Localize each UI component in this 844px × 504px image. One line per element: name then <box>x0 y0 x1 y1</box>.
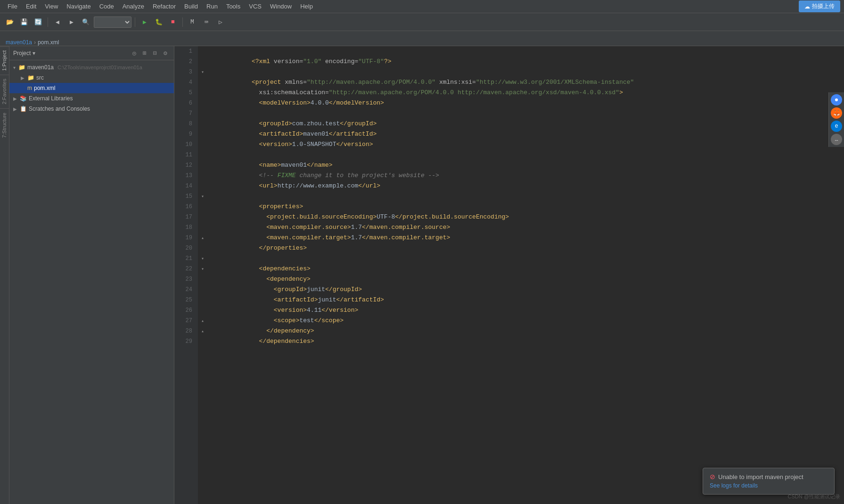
toolbar-debug-btn[interactable]: 🐛 <box>153 16 165 28</box>
menu-code[interactable]: Code <box>96 2 118 11</box>
line-8: 8 <box>174 119 198 129</box>
code-line-24: <artifactId>junit</artifactId> <box>215 285 844 295</box>
toolbar-save-btn[interactable]: 💾 <box>18 16 30 28</box>
code-line-22: <dependency> <box>215 264 844 274</box>
code-line-13: <url>http://www.example.com</url> <box>215 171 844 181</box>
line-26: 26 <box>174 305 198 316</box>
editor-content: 1 2 3 4 5 6 7 8 9 10 11 12 13 14 15 16 1… <box>174 46 844 504</box>
toolbar-run2-btn[interactable]: ▷ <box>214 16 227 28</box>
sidebar-dropdown-arrow[interactable]: ▾ <box>33 50 35 57</box>
notif-title-text: Unable to import maven project <box>718 473 803 480</box>
menu-file[interactable]: File <box>4 2 21 11</box>
code-line-14 <box>215 181 844 191</box>
menu-analyze[interactable]: Analyze <box>119 2 148 11</box>
fold-3[interactable]: ▾ <box>198 67 207 77</box>
line-25: 25 <box>174 295 198 305</box>
menu-vcs[interactable]: VCS <box>245 2 265 11</box>
breadcrumb-file[interactable]: pom.xml <box>38 39 59 46</box>
breadcrumb-sep: › <box>34 39 36 46</box>
tree-label-scratches: Scratches and Consoles <box>29 106 90 112</box>
fold-15[interactable]: ▾ <box>198 191 207 202</box>
line-28: 28 <box>174 326 198 336</box>
editor[interactable]: 🦊 e … 1 2 3 4 5 6 7 8 9 10 11 12 13 <box>174 46 844 504</box>
tree-item-src[interactable]: ▶ 📁 src <box>9 73 174 83</box>
fold-gutter: ▾ ▾ ▴ ▾ ▾ <box>198 46 207 504</box>
toolbar-stop-btn[interactable]: ■ <box>167 16 179 28</box>
toolbar-config-select[interactable] <box>94 16 131 28</box>
tree-item-pom[interactable]: ▶ m pom.xml <box>9 83 174 93</box>
code-line-20 <box>215 243 844 253</box>
error-icon: ⊘ <box>710 473 715 480</box>
sidebar: Project ▾ ◎ ⊞ ⊟ ⚙ ▾ 📁 maven01a C:\ZTools… <box>9 46 174 504</box>
sidebar-header: Project ▾ ◎ ⊞ ⊟ ⚙ <box>9 46 174 60</box>
code-line-26: <scope>test</scope> <box>215 305 844 316</box>
menu-help[interactable]: Help <box>296 2 317 11</box>
fold-19[interactable]: ▴ <box>198 233 207 243</box>
toolbar-back-btn[interactable]: ◀ <box>51 16 64 28</box>
toolbar-terminal-btn[interactable]: ⌨ <box>200 16 213 28</box>
code-line-15: <properties> <box>215 191 844 202</box>
toolbar-find-btn[interactable]: 🔍 <box>80 16 92 28</box>
menu-view[interactable]: View <box>41 2 62 11</box>
code-area[interactable]: <?xml version="1.0" encoding="UTF-8"?> <… <box>207 46 844 504</box>
toolbar-maven-btn[interactable]: M <box>186 16 198 28</box>
menu-navigate[interactable]: Navigate <box>63 2 94 11</box>
line-19: 19 <box>174 233 198 243</box>
toolbar-run-btn[interactable]: ▶ <box>139 16 151 28</box>
fold-27[interactable]: ▴ <box>198 316 207 326</box>
fold-21[interactable]: ▾ <box>198 253 207 264</box>
upload-button[interactable]: ☁ 拍摄上传 <box>799 0 840 12</box>
menu-run[interactable]: Run <box>203 2 221 11</box>
tree-item-extlibs[interactable]: ▶ 📚 External Libraries <box>9 93 174 104</box>
line-1: 1 <box>174 46 198 57</box>
side-tab-project[interactable]: 1:Project <box>0 46 9 74</box>
toolbar-open-btn[interactable]: 📂 <box>4 16 16 28</box>
tree-path-root: C:\ZTools\mavenprojrct01\maven01a <box>57 65 142 70</box>
side-tab-structure[interactable]: 7:Structure <box>0 108 9 142</box>
sidebar-locate-btn[interactable]: ◎ <box>130 49 139 58</box>
sidebar-collapse-btn[interactable]: ⊟ <box>150 49 160 58</box>
fold-28[interactable]: ▴ <box>198 326 207 336</box>
notif-link-text: See logs for details <box>710 482 758 489</box>
code-line-16: <project.build.sourceEncoding>UTF-8</pro… <box>215 202 844 212</box>
menu-tools[interactable]: Tools <box>222 2 244 11</box>
code-line-4: xsi:schemaLocation="http://maven.apache.… <box>215 77 844 88</box>
line-11: 11 <box>174 150 198 160</box>
menu-edit[interactable]: Edit <box>22 2 40 11</box>
line-4: 4 <box>174 77 198 88</box>
line-29: 29 <box>174 336 198 347</box>
side-tab-favorites[interactable]: 2:Favorites <box>0 74 9 108</box>
menu-build[interactable]: Build <box>180 2 202 11</box>
tree-arrow-extlibs: ▶ <box>13 96 17 101</box>
line-12: 12 <box>174 160 198 171</box>
sidebar-expand-btn[interactable]: ⊞ <box>140 49 149 58</box>
tree-item-scratches[interactable]: ▶ 📋 Scratches and Consoles <box>9 104 174 114</box>
code-line-19: </properties> <box>215 233 844 243</box>
sidebar-gear-btn[interactable]: ⚙ <box>161 49 170 58</box>
code-line-27: </dependency> <box>215 316 844 326</box>
code-line-11: <name>maven01</name> <box>215 150 844 160</box>
toolbar-sep1 <box>48 17 48 27</box>
line-7: 7 <box>174 108 198 119</box>
line-13: 13 <box>174 171 198 181</box>
code-line-8: <artifactId>maven01</artifactId> <box>215 119 844 129</box>
line-24: 24 <box>174 285 198 295</box>
tree-icon-extlibs: 📚 <box>20 95 27 102</box>
line-15: 15 <box>174 191 198 202</box>
toolbar-forward-btn[interactable]: ▶ <box>66 16 78 28</box>
breadcrumb-project[interactable]: maven01a <box>6 39 32 46</box>
toolbar-sync-btn[interactable]: 🔄 <box>32 16 44 28</box>
sidebar-panel-label: Project <box>13 50 31 57</box>
code-line-29 <box>215 336 844 347</box>
tree-item-root[interactable]: ▾ 📁 maven01a C:\ZTools\mavenprojrct01\ma… <box>9 62 174 73</box>
tree-label-pom: pom.xml <box>34 85 55 91</box>
code-line-9: <version>1.0-SNAPSHOT</version> <box>215 129 844 139</box>
menu-window[interactable]: Window <box>266 2 295 11</box>
line-3: 3 <box>174 67 198 77</box>
tree-label-extlibs: External Libraries <box>29 95 73 102</box>
fold-22[interactable]: ▾ <box>198 264 207 274</box>
tree-arrow-scratches: ▶ <box>13 106 17 112</box>
menu-refactor[interactable]: Refactor <box>149 2 180 11</box>
code-line-28: </dependencies> <box>215 326 844 336</box>
notif-logs-link[interactable]: See logs for details <box>710 482 758 489</box>
